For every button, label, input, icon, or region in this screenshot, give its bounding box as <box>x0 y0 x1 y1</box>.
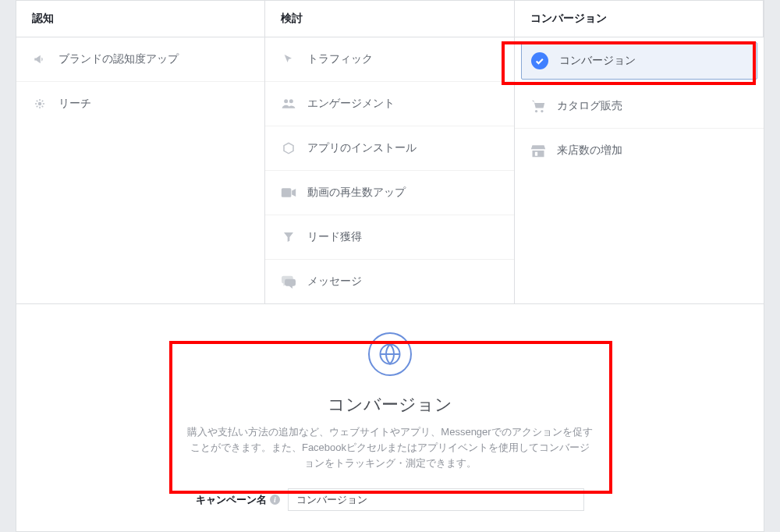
objective-label: トラフィック <box>307 52 373 66</box>
column-consideration: トラフィック エンゲージメント アプリのインストール 動画の再生数アップ <box>265 37 514 303</box>
objective-lead-gen[interactable]: リード獲得 <box>265 215 513 260</box>
objective-label: カタログ販売 <box>557 99 622 113</box>
megaphone-icon <box>32 51 48 67</box>
chat-icon <box>281 274 296 289</box>
objective-detail: コンバージョン 購入や支払い方法の追加など、ウェブサイトやアプリ、Messeng… <box>16 304 764 527</box>
objective-label: エンゲージメント <box>307 97 395 111</box>
store-icon <box>530 143 546 158</box>
svg-point-4 <box>535 110 537 112</box>
campaign-name-label: キャンペーン名 i <box>196 493 280 507</box>
svg-point-5 <box>541 110 543 112</box>
objective-label: ブランドの認知度アップ <box>58 52 179 66</box>
video-icon <box>281 185 296 200</box>
objective-app-installs[interactable]: アプリのインストール <box>265 126 513 171</box>
objective-video-views[interactable]: 動画の再生数アップ <box>265 171 513 215</box>
column-header-awareness: 認知 <box>16 1 265 37</box>
box-icon <box>281 140 296 156</box>
objective-messages[interactable]: メッセージ <box>265 260 513 303</box>
objective-label: コンバージョン <box>559 54 636 68</box>
svg-point-1 <box>284 99 288 103</box>
objective-traffic[interactable]: トラフィック <box>265 37 513 82</box>
objective-store-visits[interactable]: 来店数の増加 <box>515 129 764 172</box>
detail-description: 購入や支払い方法の追加など、ウェブサイトやアプリ、Messengerでのアクショ… <box>187 424 593 471</box>
reach-icon <box>32 96 48 112</box>
objective-conversions[interactable]: コンバージョン <box>521 42 757 80</box>
objective-reach[interactable]: リーチ <box>16 82 264 126</box>
check-circle-icon <box>531 52 548 69</box>
detail-title: コンバージョン <box>110 393 670 417</box>
objective-label: メッセージ <box>307 275 362 289</box>
column-conversion: コンバージョン カタログ販売 来店数の増加 <box>515 37 764 303</box>
objective-label: 来店数の増加 <box>557 144 622 158</box>
objective-label: リード獲得 <box>307 230 362 244</box>
funnel-icon <box>281 229 296 245</box>
column-header-conversion: コンバージョン <box>515 1 764 37</box>
objective-catalog-sales[interactable]: カタログ販売 <box>515 84 764 129</box>
info-icon[interactable]: i <box>270 495 280 505</box>
cursor-icon <box>281 51 296 67</box>
column-awareness: ブランドの認知度アップ リーチ <box>16 37 265 303</box>
objective-engagement[interactable]: エンゲージメント <box>265 82 513 126</box>
objective-label: 動画の再生数アップ <box>307 186 406 200</box>
svg-point-0 <box>39 103 41 105</box>
cart-icon <box>530 98 546 114</box>
column-header-consideration: 検討 <box>265 1 514 37</box>
campaign-name-input[interactable] <box>288 488 584 511</box>
svg-point-2 <box>289 99 293 103</box>
svg-rect-3 <box>282 188 292 197</box>
globe-icon <box>368 332 412 376</box>
people-icon <box>281 96 296 112</box>
objective-label: アプリのインストール <box>307 141 417 155</box>
objective-brand-awareness[interactable]: ブランドの認知度アップ <box>16 37 264 82</box>
objective-label: リーチ <box>58 97 91 111</box>
